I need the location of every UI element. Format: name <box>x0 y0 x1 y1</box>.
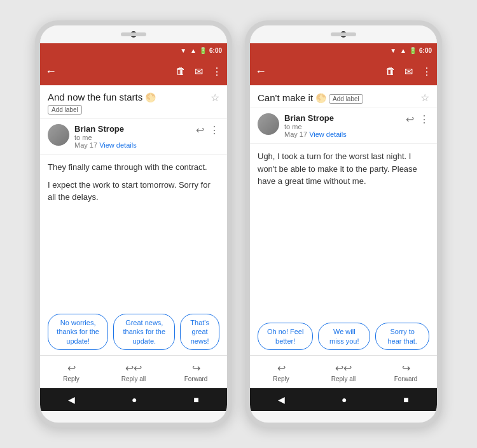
reply-all-btn-2[interactable]: ↩↩ Reply all <box>312 356 375 388</box>
toolbar-1: ← 🗑 ✉ ⋮ <box>40 57 227 85</box>
phone-top-2 <box>250 25 437 43</box>
view-details-2[interactable]: View details <box>309 130 347 138</box>
reply-icon-btn-2: ↩ <box>277 362 286 374</box>
reply-icon-btn-1: ↩ <box>67 362 76 374</box>
delete-button-1[interactable]: 🗑 <box>176 66 186 77</box>
smart-reply-2-1[interactable]: We will miss you! <box>318 323 370 350</box>
back-button-2[interactable]: ← <box>255 65 266 78</box>
smart-reply-1-1[interactable]: Great news, thanks for the update. <box>113 314 175 350</box>
status-bar-1: ▼ ▲ 🔋 6:00 <box>40 43 227 57</box>
avatar-img-2 <box>258 113 279 135</box>
more-icon-2[interactable]: ⋮ <box>419 113 429 125</box>
nav-bar-1: ◀ ● ■ <box>40 388 227 411</box>
nav-home-2[interactable]: ● <box>342 395 347 405</box>
subject-area-1: And now the fun starts 🌕 Add label ☆ <box>40 85 227 119</box>
speaker-1 <box>121 32 146 36</box>
battery-icon-1: 🔋 <box>199 47 207 54</box>
add-label-btn-1[interactable]: Add label <box>48 105 82 115</box>
avatar-img-1 <box>48 124 69 146</box>
nav-home-1[interactable]: ● <box>132 395 137 405</box>
subject-text-1: And now the fun starts <box>48 92 142 102</box>
status-bar-2: ▼ ▲ 🔋 6:00 <box>250 43 437 57</box>
more-button-1[interactable]: ⋮ <box>212 66 222 78</box>
phone-screen-2: ▼ ▲ 🔋 6:00 ← 🗑 ✉ ⋮ Can't make it 🌕 <box>250 43 437 411</box>
subject-emoji-1: 🌕 <box>145 92 156 102</box>
wifi-icon-2: ▲ <box>400 47 406 54</box>
smart-replies-1: No worries, thanks for the update! Great… <box>40 309 227 355</box>
view-details-1[interactable]: View details <box>99 141 137 149</box>
sender-info-1: Brian Strope to me May 17 View details <box>74 124 196 149</box>
reply-icon-2[interactable]: ↩ <box>406 113 414 125</box>
reply-all-label-2: Reply all <box>331 375 356 382</box>
sender-to-2: to me <box>284 123 406 130</box>
forward-label-2: Forward <box>394 375 418 382</box>
sender-to-1: to me <box>74 134 196 141</box>
subject-title-2: Can't make it 🌕 Add label <box>258 92 415 104</box>
reply-icon-1[interactable]: ↩ <box>196 124 204 136</box>
mail-button-1[interactable]: ✉ <box>195 66 203 78</box>
subject-emoji-2: 🌕 <box>315 93 326 103</box>
subject-area-2: Can't make it 🌕 Add label ☆ <box>250 85 437 108</box>
sender-name-2: Brian Strope <box>284 113 406 123</box>
phone-2: ▼ ▲ 🔋 6:00 ← 🗑 ✉ ⋮ Can't make it 🌕 <box>245 20 442 428</box>
more-icon-1[interactable]: ⋮ <box>209 124 219 136</box>
smart-reply-2-0[interactable]: Oh no! Feel better! <box>258 323 313 350</box>
time-2: 6:00 <box>419 47 432 54</box>
smart-replies-2: Oh no! Feel better! We will miss you! So… <box>250 318 437 355</box>
forward-icon-2: ↪ <box>402 362 410 374</box>
mail-button-2[interactable]: ✉ <box>404 66 413 78</box>
nav-bar-2: ◀ ● ■ <box>250 388 437 411</box>
email-content-1: And now the fun starts 🌕 Add label ☆ Bri… <box>40 85 227 388</box>
battery-icon-2: 🔋 <box>409 47 417 54</box>
add-label-btn-2[interactable]: Add label <box>329 94 363 104</box>
email-header-1: Brian Strope to me May 17 View details ↩… <box>40 119 227 155</box>
star-2[interactable]: ☆ <box>420 92 429 104</box>
forward-icon-1: ↪ <box>192 362 200 374</box>
reply-all-icon-1: ↩↩ <box>125 362 142 374</box>
subject-title-1: And now the fun starts 🌕 <box>48 92 205 102</box>
back-button-1[interactable]: ← <box>45 65 57 78</box>
sender-date-2: May 17 View details <box>284 130 406 138</box>
body-p1-2: Ugh, I took a turn for the worst last ni… <box>258 150 429 188</box>
reply-label-2: Reply <box>273 375 289 382</box>
nav-back-2[interactable]: ◀ <box>278 395 285 405</box>
email-body-2: Ugh, I took a turn for the worst last ni… <box>250 144 437 318</box>
smart-reply-1-0[interactable]: No worries, thanks for the update! <box>48 314 108 350</box>
smart-reply-2-2[interactable]: Sorry to hear that. <box>375 323 429 350</box>
email-header-actions-2: ↩ ⋮ <box>406 113 429 125</box>
avatar-2 <box>258 113 279 135</box>
email-body-1: They finally came through with the contr… <box>40 155 227 309</box>
reply-btn-2[interactable]: ↩ Reply <box>250 356 312 388</box>
forward-btn-2[interactable]: ↪ Forward <box>375 356 437 388</box>
nav-recents-2[interactable]: ■ <box>403 395 408 405</box>
phone-bottom-2 <box>250 411 437 423</box>
reply-btn-1[interactable]: ↩ Reply <box>40 356 102 388</box>
sender-info-2: Brian Strope to me May 17 View details <box>284 113 406 138</box>
wifi-icon-1: ▲ <box>190 47 197 54</box>
bottom-actions-1: ↩ Reply ↩↩ Reply all ↪ Forward <box>40 355 227 388</box>
time-1: 6:00 <box>209 47 222 54</box>
signal-icon-2: ▼ <box>390 47 396 54</box>
smart-reply-1-2[interactable]: That's great news! <box>180 314 219 350</box>
phone-top-1 <box>40 25 227 43</box>
reply-label-1: Reply <box>63 375 80 382</box>
phone-screen-1: ▼ ▲ 🔋 6:00 ← 🗑 ✉ ⋮ And now the fun start… <box>40 43 227 411</box>
sender-date-1: May 17 View details <box>74 141 196 149</box>
phone-1: ▼ ▲ 🔋 6:00 ← 🗑 ✉ ⋮ And now the fun start… <box>35 20 232 428</box>
speaker-2 <box>331 32 356 36</box>
star-1[interactable]: ☆ <box>211 92 219 104</box>
nav-recents-1[interactable]: ■ <box>193 395 198 405</box>
phone-bottom-1 <box>40 411 227 423</box>
delete-button-2[interactable]: 🗑 <box>385 66 396 77</box>
toolbar-2: ← 🗑 ✉ ⋮ <box>250 57 437 85</box>
nav-back-1[interactable]: ◀ <box>68 395 75 405</box>
signal-icon-1: ▼ <box>180 47 186 54</box>
forward-btn-1[interactable]: ↪ Forward <box>165 356 227 388</box>
body-p2-1: I expect the work to start tomorrow. Sor… <box>48 179 219 204</box>
email-header-2: Brian Strope to me May 17 View details ↩… <box>250 108 437 144</box>
email-content-2: Can't make it 🌕 Add label ☆ Brian Strope… <box>250 85 437 388</box>
subject-text-2: Can't make it <box>258 92 313 103</box>
reply-all-label-1: Reply all <box>121 375 146 382</box>
more-button-2[interactable]: ⋮ <box>422 66 432 78</box>
reply-all-btn-1[interactable]: ↩↩ Reply all <box>102 356 165 388</box>
